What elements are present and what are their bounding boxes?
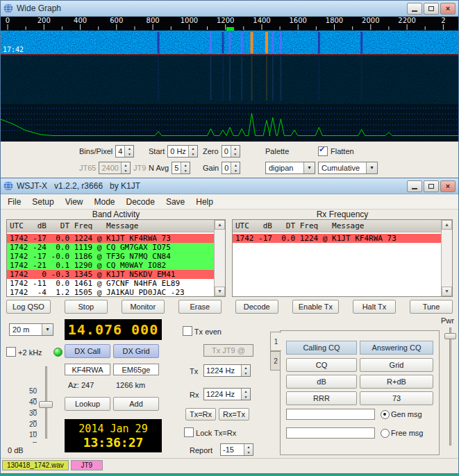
rx-freq-spinner[interactable]: 1224 Hz▲▼ [203,388,251,400]
spin-up-icon[interactable]: ▲ [231,162,240,168]
gain-spinner[interactable]: 0▲▼ [222,162,240,174]
scroll-down-icon[interactable]: ▼ [215,287,225,296]
spin-down-icon[interactable]: ▼ [242,371,250,376]
lock-txrx-field: Lock Tx=Rx [184,427,236,437]
spin-down-icon[interactable]: ▼ [231,168,240,173]
r-db-button[interactable]: R+dB [360,375,433,389]
scroll-up-icon[interactable]: ▲ [442,220,452,230]
gen-msg-radio[interactable] [381,410,390,419]
scroll-up-icon[interactable]: ▲ [215,220,225,230]
freq-label: 800 [147,17,160,24]
menu-file[interactable]: File [2,196,26,208]
gen-msg-input[interactable] [286,409,375,420]
main-titlebar[interactable]: WSJT-X v1.2.2, r3666 by K1JT × [1,178,458,194]
menu-view[interactable]: View [60,196,89,208]
start-spinner[interactable]: 0 Hz▲▼ [167,145,198,158]
rrr-button[interactable]: RRR [286,391,357,405]
flatten-checkbox[interactable] [318,146,328,156]
pwr-slider-track[interactable] [449,328,451,445]
spin-down-icon[interactable]: ▼ [125,151,133,157]
lookup-button[interactable]: Lookup [65,397,110,411]
plus-2khz-checkbox[interactable] [6,347,16,357]
free-msg-radio[interactable] [381,429,390,438]
decode-button[interactable]: Decode [235,300,278,314]
bins-per-pixel-spinner[interactable]: 4▲▼ [115,145,134,158]
tx-freq-spinner[interactable]: 1224 Hz▲▼ [203,364,251,377]
chevron-down-icon[interactable]: ▾ [366,162,377,173]
decode-row[interactable]: 1742 -4 1.2 1505 @ JA1KAU PD0JAC -23 [7,288,225,297]
menu-help[interactable]: Help [190,196,219,208]
decode-row[interactable]: 1742 0 -0.3 1345 @ K1JT N5KDV EM41 [7,270,225,279]
erase-button[interactable]: Erase [178,300,222,314]
add-button[interactable]: Add [113,397,159,411]
minimize-button[interactable] [407,3,422,15]
db-button[interactable]: dB [286,375,357,389]
maximize-button[interactable] [424,180,439,192]
scrollbar[interactable]: ▲ ▼ [441,220,452,296]
monitor-button[interactable]: Monitor [122,300,165,314]
scrollbar[interactable]: ▲ ▼ [214,220,225,296]
tune-button[interactable]: Tune [410,300,453,314]
spin-down-icon[interactable]: ▼ [189,151,197,157]
spectrum-mode-select[interactable]: Cumulative▾ [318,162,378,174]
dx-grid-input[interactable]: EM65ge [113,364,159,375]
decode-row[interactable]: 1742 -21 0.1 1290 @ CQ M0WAY IO82 [7,261,225,270]
log-qso-button[interactable]: Log QSO [6,300,51,314]
spin-down-icon[interactable]: ▼ [231,151,240,157]
spin-up-icon[interactable]: ▲ [244,444,253,450]
menu-save[interactable]: Save [160,196,190,208]
spectrum-display[interactable] [1,104,458,142]
pwr-slider-handle[interactable] [444,333,456,339]
free-msg-input[interactable] [286,427,375,439]
tab-1[interactable]: 1 [270,332,281,351]
close-button[interactable]: × [440,180,456,192]
maximize-button[interactable] [424,3,439,15]
chevron-down-icon[interactable]: ▾ [42,324,53,335]
dx-call-button[interactable]: DX Call [65,344,110,358]
frequency-ruler[interactable]: 0200400600800100012001400160018002000220… [1,17,458,31]
rx-frequency-header: UTC dB DT Freq Message [233,220,452,232]
lock-txrx-checkbox[interactable] [184,427,194,437]
rx-eq-tx-button[interactable]: Rx=Tx [219,408,249,420]
decode-row[interactable]: 1742 -24 0.0 1119 @ CQ GM7GAX IO75 [7,243,225,252]
spin-down-icon[interactable]: ▼ [181,168,190,173]
spin-down-icon[interactable]: ▼ [242,394,250,400]
dx-call-input[interactable]: KF4RWA [65,364,110,375]
band-select[interactable]: 20 m▾ [9,323,53,336]
decode-row[interactable]: 1742 -17 -0.0 1186 @ TF3G N7MQ CN84 [7,252,225,261]
scroll-down-icon[interactable]: ▼ [442,287,452,296]
report-spinner[interactable]: -15▲▼ [220,443,253,456]
grid-button[interactable]: Grid [360,358,433,372]
spin-down-icon[interactable]: ▼ [244,450,253,455]
tx-even-checkbox[interactable] [183,326,192,336]
minimize-button[interactable] [407,180,422,192]
spin-up-icon[interactable]: ▲ [242,365,250,371]
spin-up-icon[interactable]: ▲ [231,146,240,151]
halt-tx-button[interactable]: Halt Tx [353,300,396,314]
spin-up-icon[interactable]: ▲ [242,389,250,394]
main-window-title: WSJT-X v1.2.2, r3666 by K1JT [17,181,407,191]
spin-up-icon[interactable]: ▲ [189,146,197,151]
73-button[interactable]: 73 [360,391,433,405]
zero-spinner[interactable]: 0▲▼ [222,145,240,158]
menu-decode[interactable]: Decode [121,196,160,208]
enable-tx-button[interactable]: Enable Tx [292,300,339,314]
wide-graph-titlebar[interactable]: Wide Graph × [1,1,458,17]
close-button[interactable]: × [440,3,456,15]
gain-slider-handle[interactable] [39,401,53,408]
spin-up-icon[interactable]: ▲ [181,162,190,168]
spin-up-icon[interactable]: ▲ [125,146,133,151]
decode-row[interactable]: 1742 -11 0.0 1461 @ G7CNF N4HFA EL89 [7,279,225,288]
cq-button[interactable]: CQ [286,358,357,372]
dx-grid-button[interactable]: DX Grid [113,344,159,358]
decode-row[interactable]: 1742 -17 0.0 1224 @ K1JT KF4RWA 73 [7,234,225,243]
decode-row[interactable]: 1742 -17 0.0 1224 @ K1JT KF4RWA 73 [233,234,452,243]
menu-setup[interactable]: Setup [26,196,59,208]
n-avg-spinner[interactable]: 5▲▼ [172,162,190,174]
tx-eq-rx-button[interactable]: Tx=Rx [185,408,216,420]
stop-button[interactable]: Stop [65,300,108,314]
palette-select[interactable]: digipan▾ [265,162,315,174]
waterfall-display[interactable]: 17:42 [1,31,458,104]
menu-mode[interactable]: Mode [89,196,121,208]
chevron-down-icon[interactable]: ▾ [303,162,315,173]
